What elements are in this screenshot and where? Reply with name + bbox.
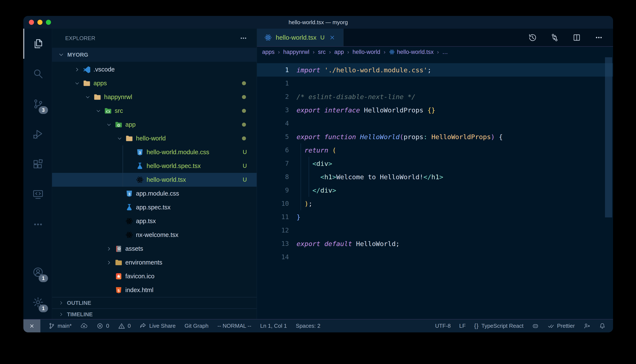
editor-action-open-timeline-button[interactable] <box>528 33 537 42</box>
activity-search-button[interactable] <box>23 59 52 89</box>
tree-item-hello-world-module-css[interactable]: 3hello-world.module.cssU <box>52 145 257 159</box>
breadcrumb-item-happynrwl[interactable]: happynrwl <box>283 49 309 55</box>
tree-item-label: index.html <box>125 286 153 294</box>
line-number: 13 <box>257 240 289 247</box>
bell-icon <box>599 322 606 330</box>
tree-item-app[interactable]: app <box>52 118 257 132</box>
window-title: hello-world.tsx — myorg <box>289 19 348 26</box>
activity-settings-button[interactable]: 1 <box>23 287 52 317</box>
status-errors[interactable]: 0 <box>96 322 109 330</box>
panel-outline[interactable]: OUTLINE <box>52 297 257 308</box>
git-modified-dot <box>242 122 246 127</box>
tree-item-apps[interactable]: apps <box>52 76 257 90</box>
activity-source-control-button[interactable]: 3 <box>23 89 52 119</box>
tree-item-label: app.spec.tsx <box>136 204 171 211</box>
folder-tan-icon <box>82 79 91 87</box>
tree-item-favicon-ico[interactable]: favicon.ico <box>52 270 257 283</box>
tree-item-hello-world[interactable]: hello-world <box>52 132 257 145</box>
line-number: 14 <box>257 253 289 261</box>
workspace-root-row[interactable]: MYORG <box>52 48 257 62</box>
zoom-window-button[interactable] <box>46 20 51 25</box>
status-warnings[interactable]: 0 <box>118 322 131 330</box>
activity-badge: 1 <box>39 274 48 282</box>
panel-timeline[interactable]: TIMELINE <box>52 308 257 320</box>
tree-item-src[interactable]: src <box>52 104 257 118</box>
code-line: 11} <box>257 210 613 224</box>
status-encoding[interactable]: UTF-8 <box>435 323 451 329</box>
tree-item-label: hello-world <box>136 135 166 142</box>
code-line: 1 <box>257 76 613 90</box>
status-feedback[interactable] <box>583 322 590 330</box>
status-cursor-position[interactable]: Ln 1, Col 1 <box>260 323 287 329</box>
debug-icon <box>32 128 44 140</box>
breadcrumb-item-hello-world[interactable]: hello-world <box>352 49 380 55</box>
status-git-graph[interactable]: Git Graph <box>185 323 208 329</box>
status-live-share[interactable]: Live Share <box>140 322 175 330</box>
chevron-right-icon <box>104 246 114 252</box>
status-prettier[interactable]: Prettier <box>547 322 575 330</box>
tree-item-app-module-css[interactable]: 3app.module.css <box>52 187 257 200</box>
code-line: 13export default HelloWorld; <box>257 237 613 250</box>
tree-item-app-tsx[interactable]: app.tsx <box>52 214 257 228</box>
tree-item-label: app <box>125 121 135 128</box>
tree-item-index-html[interactable]: 5index.html <box>52 283 257 297</box>
tree-item-label: favicon.ico <box>125 273 154 280</box>
code-line: 12 <box>257 224 613 237</box>
activity-remote-explorer-button[interactable] <box>23 179 52 209</box>
line-number: 4 <box>257 120 289 127</box>
breadcrumb-item-[interactable]: … <box>442 49 448 55</box>
breadcrumb-separator: › <box>437 49 439 55</box>
react-icon <box>389 49 395 55</box>
code-line: 4 <box>257 117 613 130</box>
explorer-more-actions-button[interactable] <box>239 34 248 42</box>
code-editor[interactable]: 1import './hello-world.module.css';12/* … <box>257 57 613 319</box>
status-eol[interactable]: LF <box>459 323 466 329</box>
remote-indicator-button[interactable] <box>23 320 40 332</box>
tree-item-environments[interactable]: environments <box>52 256 257 270</box>
tab-hello-world-tsx[interactable]: hello-world.tsx U <box>257 29 343 46</box>
folder-app-icon <box>114 121 123 128</box>
favicon-icon <box>114 272 123 280</box>
editor-action-open-changes-button[interactable] <box>550 33 559 42</box>
breadcrumb-item-apps[interactable]: apps <box>262 49 275 55</box>
breadcrumb-item-hello-world-tsx[interactable]: hello-world.tsx <box>389 49 434 55</box>
tree-item-hello-world-spec-tsx[interactable]: hello-world.spec.tsxU <box>52 159 257 173</box>
file-tree: .vscodeappshappynrwlsrcapphello-world3he… <box>52 62 257 297</box>
status-copilot[interactable] <box>532 322 539 330</box>
ellipsis-icon <box>32 218 44 230</box>
status-indentation[interactable]: Spaces: 2 <box>296 323 321 329</box>
line-number: 12 <box>257 226 289 234</box>
breadcrumb-item-src[interactable]: src <box>318 49 326 55</box>
activity-more-views-button[interactable] <box>23 209 52 240</box>
editor-action-more-actions-button[interactable] <box>594 33 603 42</box>
copilot-icon <box>532 322 539 330</box>
activity-accounts-button[interactable]: 1 <box>23 257 52 287</box>
tree-item-app-spec-tsx[interactable]: app.spec.tsx <box>52 200 257 214</box>
activity-extensions-button[interactable] <box>23 149 52 179</box>
close-window-button[interactable] <box>29 20 34 25</box>
editor-action-split-editor-button[interactable] <box>572 33 581 42</box>
code-line: 8 <h1>Welcome to HelloWorld!</h1> <box>257 170 613 184</box>
activity-run-debug-button[interactable] <box>23 119 52 149</box>
status-vim-mode[interactable]: -- NORMAL -- <box>217 323 251 329</box>
search-icon <box>32 68 44 80</box>
tree-item-hello-world-tsx[interactable]: hello-world.tsxU <box>52 173 257 187</box>
git-modified-dot <box>242 95 246 99</box>
status-sync-changes[interactable] <box>81 322 88 330</box>
vscode-icon <box>82 66 91 74</box>
tree-item-happynrwl[interactable]: happynrwl <box>52 90 257 104</box>
window-controls <box>29 16 51 29</box>
tree-item-vscode[interactable]: .vscode <box>52 62 257 76</box>
breadcrumb-item-app[interactable]: app <box>334 49 344 55</box>
tree-item-assets[interactable]: assets <box>52 242 257 256</box>
close-tab-button[interactable] <box>328 34 336 41</box>
activity-explorer-button[interactable] <box>23 29 52 59</box>
status-git-branch[interactable]: main* <box>48 322 72 330</box>
tree-item-nx-welcome-tsx[interactable]: nx-welcome.tsx <box>52 228 257 242</box>
html-icon: 5 <box>114 286 123 294</box>
status-notifications[interactable] <box>599 322 606 330</box>
editor-scrollbar[interactable] <box>605 57 612 218</box>
status-language-mode[interactable]: {}TypeScript React <box>474 323 523 329</box>
minimize-window-button[interactable] <box>37 20 43 25</box>
chevron-down-icon <box>58 52 67 58</box>
